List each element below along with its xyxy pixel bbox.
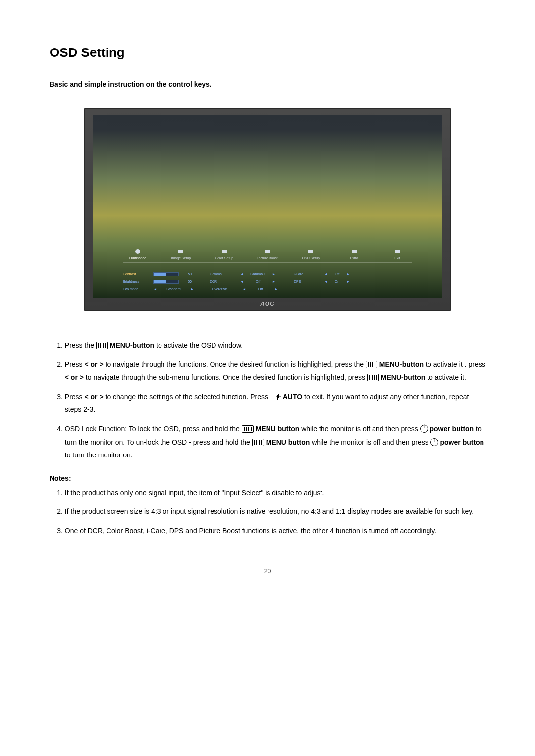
tab-icon — [296, 248, 325, 255]
tab-label: Color Setup — [210, 256, 239, 260]
step-1: Press the MENU-button to activate the OS… — [65, 339, 485, 352]
notes-heading: Notes: — [50, 474, 485, 482]
text: to turn the monitor on. — [65, 451, 133, 459]
auto-button-label: AUTO — [283, 393, 302, 401]
osd-settings-grid: Contrast50Gamma◄Gamma 1►i-Care◄Off►Brigh… — [123, 270, 412, 293]
power-button-label: power button — [440, 438, 484, 446]
menu-button-label: MENU button — [256, 425, 300, 433]
menu-icon — [252, 439, 264, 446]
text: Press the — [65, 341, 96, 349]
tab-label: OSD Setup — [296, 256, 325, 260]
menu-button-label: MENU-button — [110, 341, 154, 349]
tab-icon — [253, 248, 282, 255]
osd-tab: Extra — [339, 248, 369, 260]
step-2: Press < or > to navigate through the fun… — [65, 358, 485, 384]
step-3: Press < or > to change the settings of t… — [65, 390, 485, 416]
tab-icon — [210, 248, 239, 255]
page-number: 20 — [50, 567, 485, 575]
nav-keys: < or > — [84, 393, 103, 401]
note-item: If the product screen size is 4:3 or inp… — [65, 505, 485, 518]
tab-label: Extra — [339, 256, 369, 260]
tab-label: Luminance — [123, 256, 153, 260]
text: while the monitor is off and then press — [312, 438, 430, 446]
text: Press — [65, 360, 85, 368]
osd-tab: Image Setup — [166, 248, 196, 260]
power-button-label: power button — [430, 425, 474, 433]
note-item: One of DCR, Color Boost, i-Care, DPS and… — [65, 524, 485, 538]
text: to navigate through the sub-menu functio… — [86, 373, 367, 381]
osd-tabbar: LuminanceImage SetupColor SetupPicture B… — [123, 248, 412, 263]
osd-tab: Luminance — [123, 248, 153, 260]
notes-list: If the product has only one signal input… — [50, 486, 485, 538]
text: to activate the OSD window. — [156, 341, 243, 349]
text: to change the settings of the selected f… — [106, 393, 270, 401]
page-title: OSD Setting — [50, 45, 485, 60]
page-content: OSD Setting Basic and simple instruction… — [0, 0, 535, 595]
top-rule — [50, 35, 485, 35]
tab-icon — [123, 248, 153, 255]
tab-icon — [339, 248, 369, 255]
osd-tab: Color Setup — [210, 248, 239, 260]
tab-label: Image Setup — [166, 256, 196, 260]
note-item: If the product has only one signal input… — [65, 486, 485, 500]
menu-icon — [367, 374, 379, 381]
osd-row: Contrast50Gamma◄Gamma 1►i-Care◄Off► — [123, 270, 412, 278]
tab-icon — [166, 248, 196, 255]
osd-tab: Picture Boost — [253, 248, 282, 260]
osd-row: Eco mode◄Standard►Overdrive◄Off► — [123, 285, 412, 293]
osd-row: Brightness50DCR◄Off►DPS◄On► — [123, 278, 412, 285]
osd-monitor-figure: LuminanceImage SetupColor SetupPicture B… — [84, 108, 451, 311]
text: while the monitor is off and then press — [301, 425, 420, 433]
text: to navigate through the functions. Once … — [106, 360, 366, 368]
osd-tab: OSD Setup — [296, 248, 325, 260]
text: to activate it . press — [426, 360, 485, 368]
menu-icon — [96, 342, 108, 349]
tab-label: Exit — [382, 256, 412, 260]
step-4: OSD Lock Function: To lock the OSD, pres… — [65, 422, 485, 462]
menu-icon — [242, 425, 254, 433]
power-icon — [430, 438, 438, 446]
monitor-brand: AOC — [85, 298, 450, 310]
instruction-steps: Press the MENU-button to activate the OS… — [50, 339, 485, 462]
nav-keys: < or > — [84, 360, 103, 368]
power-icon — [420, 425, 428, 433]
subheading: Basic and simple instruction on the cont… — [50, 80, 485, 88]
tab-icon — [382, 248, 412, 255]
text: OSD Lock Function: To lock the OSD, pres… — [65, 425, 242, 433]
menu-button-label: MENU-button — [381, 373, 425, 381]
menu-button-label: MENU-button — [379, 360, 424, 368]
osd-screen: LuminanceImage SetupColor SetupPicture B… — [93, 115, 442, 298]
auto-icon — [270, 394, 281, 401]
tab-label: Picture Boost — [253, 256, 282, 260]
text: to activate it. — [427, 373, 466, 381]
nav-keys: < or > — [65, 373, 84, 381]
menu-button-label: MENU button — [266, 438, 310, 446]
menu-icon — [366, 361, 377, 368]
osd-tab: Exit — [382, 248, 412, 260]
text: Press — [65, 393, 85, 401]
